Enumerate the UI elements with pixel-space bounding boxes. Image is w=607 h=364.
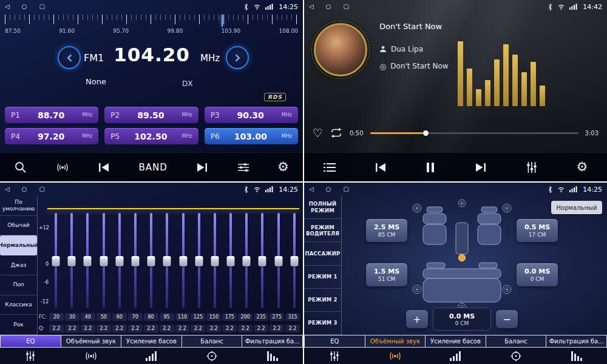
balance-target-icon[interactable] [181, 351, 242, 362]
eq-band-slider[interactable] [288, 213, 300, 308]
eq-band-slider[interactable] [225, 213, 237, 308]
eq-band-slider[interactable] [177, 213, 189, 308]
tab-balance[interactable]: Баланс [182, 335, 243, 348]
tuning-sliders-icon[interactable] [237, 162, 249, 173]
eq-preset-rock[interactable]: Рок [0, 315, 37, 335]
repeat-icon[interactable] [330, 127, 343, 138]
eq-band-slider[interactable] [256, 213, 268, 308]
tab-filter[interactable]: Фильтрация ба... [546, 335, 607, 348]
eq-slider-knob[interactable] [179, 256, 187, 266]
back-icon[interactable]: ◁ [309, 4, 314, 10]
next-track-icon[interactable] [474, 163, 487, 172]
tab-eq[interactable]: EQ [0, 335, 61, 348]
eq-slider-knob[interactable] [52, 256, 60, 266]
eq-slider-knob[interactable] [148, 256, 155, 266]
eq-preset-custom[interactable]: Обычай [0, 216, 37, 236]
rear-right-delay-button[interactable]: 0.0 MS 0 CM [517, 263, 558, 286]
surround-broadcast-icon[interactable] [61, 351, 121, 362]
broadcast-icon[interactable] [56, 162, 69, 173]
eq-band-slider[interactable] [273, 213, 285, 308]
tab-bass-boost[interactable]: Усиление басов [426, 335, 486, 348]
seek-bar-knob[interactable] [423, 130, 429, 136]
eq-slider-knob[interactable] [68, 256, 76, 266]
mode-2[interactable]: РЕЖИМ 2 [304, 289, 341, 312]
bass-boost-bars-icon[interactable] [121, 351, 182, 361]
mode-driver[interactable]: РЕЖИМ ВОДИТЕЛЯ [304, 219, 341, 242]
home-icon[interactable]: ○ [326, 186, 331, 192]
eq-band-slider[interactable] [161, 213, 173, 308]
back-icon[interactable]: ◁ [5, 4, 10, 10]
playlist-icon[interactable] [324, 163, 336, 172]
preset-button-3[interactable]: P3 90.30 MHz [205, 107, 298, 123]
recents-icon[interactable]: ▢ [343, 4, 348, 10]
eq-band-slider[interactable] [98, 213, 110, 308]
home-icon[interactable]: ○ [326, 4, 331, 10]
back-icon[interactable]: ◁ [5, 186, 10, 192]
bass-boost-bars-icon[interactable] [426, 351, 486, 361]
eq-preset-classic[interactable]: Классика [0, 295, 37, 315]
home-icon[interactable]: ○ [22, 4, 27, 10]
mode-full[interactable]: ПОЛНЫЙ РЕЖИМ [304, 196, 341, 219]
eq-preset-normal[interactable]: Нормальный [0, 235, 37, 255]
eq-slider-knob[interactable] [84, 256, 92, 266]
tune-up-button[interactable] [226, 46, 249, 69]
mode-1[interactable]: РЕЖИМ 1 [304, 266, 341, 289]
recents-icon[interactable]: ▢ [39, 186, 44, 192]
eq-slider-knob[interactable] [290, 256, 298, 266]
surround-broadcast-icon[interactable] [365, 351, 426, 362]
front-left-delay-button[interactable]: 2.5 MS 85 CM [366, 219, 407, 242]
eq-preset-default[interactable]: По умолчанию [0, 196, 37, 216]
rear-left-delay-button[interactable]: 1.5 MS 51 CM [366, 263, 407, 286]
eq-faders-icon[interactable] [0, 351, 61, 362]
search-icon[interactable] [14, 161, 27, 174]
eq-band-slider[interactable] [129, 213, 141, 308]
eq-slider-knob[interactable] [243, 256, 251, 266]
filter-bars-icon[interactable] [546, 351, 607, 361]
tab-eq[interactable]: EQ [304, 335, 365, 348]
eq-band-slider[interactable] [66, 213, 78, 308]
balance-target-icon[interactable] [486, 351, 546, 362]
eq-slider-knob[interactable] [163, 256, 171, 266]
band-button[interactable]: BAND [138, 162, 167, 173]
tune-down-button[interactable] [58, 46, 81, 69]
eq-band-slider[interactable] [240, 213, 253, 308]
eq-band-slider[interactable] [114, 213, 126, 308]
recents-icon[interactable]: ▢ [343, 186, 348, 192]
eq-slider-knob[interactable] [131, 256, 139, 266]
decrease-delay-button[interactable]: − [496, 310, 518, 328]
eq-slider-knob[interactable] [211, 256, 219, 266]
eq-band-slider[interactable] [209, 213, 221, 308]
previous-track-icon[interactable] [374, 163, 387, 172]
preset-button-4[interactable]: P4 97.20 MHz [5, 128, 98, 144]
eq-slider-knob[interactable] [227, 256, 235, 266]
front-right-delay-button[interactable]: 0.5 MS 17 CM [517, 219, 558, 242]
preset-button-1[interactable]: P1 88.70 MHz [5, 107, 98, 123]
tab-surround[interactable]: Объёмный звук [61, 335, 122, 348]
eq-preset-pop[interactable]: Поп [0, 275, 37, 295]
settings-gear-icon[interactable]: ⚙ [277, 161, 289, 174]
eq-slider-knob[interactable] [259, 256, 266, 266]
settings-gear-icon[interactable]: ⚙ [576, 161, 588, 174]
mode-passenger[interactable]: ПАССАЖИР [304, 242, 341, 265]
mode-3[interactable]: РЕЖИМ 3 [304, 312, 341, 335]
eq-slider-knob[interactable] [115, 256, 123, 266]
back-icon[interactable]: ◁ [309, 186, 314, 192]
tab-filter[interactable]: Фильтрация ба... [242, 335, 303, 348]
eq-faders-icon[interactable] [304, 351, 365, 362]
eq-band-slider[interactable] [193, 213, 205, 308]
tab-balance[interactable]: Баланс [486, 335, 547, 348]
preset-button-6[interactable]: P6 103.00 MHz [205, 128, 298, 144]
preset-button-2[interactable]: P2 89.50 MHz [104, 107, 198, 123]
pause-icon[interactable] [426, 162, 435, 173]
preset-button-5[interactable]: P5 102.50 MHz [104, 128, 198, 144]
previous-station-icon[interactable] [97, 163, 110, 172]
eq-slider-knob[interactable] [100, 256, 107, 266]
seek-bar[interactable] [370, 132, 578, 134]
eq-band-slider[interactable] [81, 213, 93, 308]
favorite-heart-icon[interactable]: ♡ [313, 127, 323, 139]
recents-icon[interactable]: ▢ [39, 4, 44, 10]
frequency-ruler[interactable]: 87.50 91.60 95.70 99.80 103.90 108.00 [5, 15, 298, 41]
eq-band-slider[interactable] [50, 213, 62, 308]
filter-bars-icon[interactable] [242, 351, 303, 361]
next-station-icon[interactable] [195, 163, 209, 172]
